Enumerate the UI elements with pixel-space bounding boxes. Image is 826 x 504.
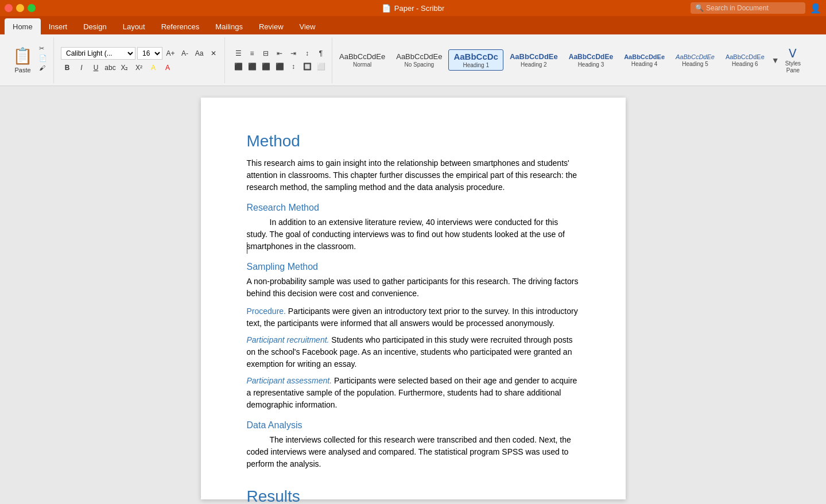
- procedure-paragraph: Procedure. Participants were given an in…: [247, 305, 580, 329]
- decrease-indent-button[interactable]: ⇤: [273, 48, 286, 59]
- italic-button[interactable]: I: [75, 62, 88, 73]
- styles-gallery: AaBbCcDdEe Normal AaBbCcDdEe No Spacing …: [335, 43, 821, 77]
- font-shrink-button[interactable]: A-: [179, 48, 191, 59]
- cut-icon: ✂: [39, 45, 44, 52]
- participant-recruitment-label: Participant recruitment.: [247, 335, 329, 344]
- clear-format-button[interactable]: ✕: [207, 48, 220, 59]
- close-button[interactable]: [5, 4, 13, 12]
- paste-button[interactable]: 📋 Paste: [9, 44, 36, 76]
- tab-view[interactable]: View: [292, 18, 324, 34]
- numbering-button[interactable]: ≡: [246, 48, 258, 59]
- title-bar-title: 📄 Paper - Scribbr: [382, 4, 444, 13]
- cut-button[interactable]: ✂: [37, 44, 49, 53]
- increase-indent-button[interactable]: ⇥: [287, 48, 300, 59]
- copy-button[interactable]: 📄: [37, 54, 49, 63]
- data-analysis-heading: Data Analysis: [247, 420, 580, 431]
- search-bar[interactable]: 🔍: [691, 2, 805, 14]
- align-left-button[interactable]: ⬛: [232, 61, 245, 72]
- search-input[interactable]: [706, 4, 798, 12]
- user-icon: 👤: [810, 3, 821, 14]
- title-bar-right: 🔍 👤: [691, 2, 821, 14]
- style-heading2[interactable]: AaBbCcDdEe Heading 2: [505, 51, 563, 69]
- tab-review[interactable]: Review: [251, 18, 292, 34]
- paste-icon: 📋: [13, 46, 33, 65]
- style-heading1[interactable]: AaBbCcDc Heading 1: [448, 49, 503, 71]
- data-analysis-paragraph: The interviews collected for this resear…: [247, 434, 580, 470]
- participant-assessment-label: Participant assessment.: [247, 376, 332, 385]
- document-page: Method This research aims to gain insigh…: [201, 98, 626, 499]
- superscript-button[interactable]: X²: [133, 62, 145, 73]
- tab-references[interactable]: References: [153, 18, 207, 34]
- styles-pane-button[interactable]: Ⅴ StylesPane: [782, 44, 804, 76]
- tab-layout[interactable]: Layout: [115, 18, 153, 34]
- minimize-button[interactable]: [16, 4, 24, 12]
- style-heading3[interactable]: AaBbCcDdEe Heading 3: [564, 51, 618, 69]
- clipboard-group: 📋 Paste ✂ 📄 🖌: [5, 37, 54, 83]
- paragraph-group: ☰ ≡ ⊟ ⇤ ⇥ ↕ ¶ ⬛ ⬛ ⬛ ⬛ ↕ 🔲 ⬜: [227, 37, 332, 83]
- styles-gallery-arrow[interactable]: ▼: [771, 43, 780, 77]
- change-case-button[interactable]: Aa: [193, 48, 205, 59]
- main-area[interactable]: Method This research aims to gain insigh…: [0, 86, 826, 504]
- borders-button[interactable]: ⬜: [315, 61, 327, 72]
- underline-button[interactable]: U: [90, 62, 102, 73]
- align-right-button[interactable]: ⬛: [259, 61, 272, 72]
- ribbon: 📋 Paste ✂ 📄 🖌 Calibri Light (... 16 A+ A…: [0, 34, 826, 86]
- tab-insert[interactable]: Insert: [41, 18, 76, 34]
- font-family-select[interactable]: Calibri Light (...: [61, 47, 135, 60]
- results-heading: Results: [247, 487, 580, 504]
- style-heading5[interactable]: AaBbCcDdEe Heading 5: [671, 52, 719, 69]
- tab-home[interactable]: Home: [5, 18, 41, 34]
- font-color-button[interactable]: A: [161, 62, 174, 73]
- procedure-label: Procedure.: [247, 307, 286, 316]
- line-spacing-button[interactable]: ↕: [287, 61, 300, 72]
- search-icon: 🔍: [695, 4, 704, 12]
- format-painter-icon: 🖌: [39, 64, 45, 71]
- window-controls[interactable]: [5, 4, 36, 12]
- sort-button[interactable]: ↕: [301, 48, 313, 59]
- sampling-method-paragraph: A non-probability sample was used to gat…: [247, 276, 580, 300]
- sampling-method-heading: Sampling Method: [247, 262, 580, 272]
- ribbon-tabs: Home Insert Design Layout References Mai…: [0, 16, 826, 34]
- font-group: Calibri Light (... 16 A+ A- Aa ✕ B I U a…: [56, 37, 225, 83]
- maximize-button[interactable]: [28, 4, 36, 12]
- bold-button[interactable]: B: [61, 62, 73, 73]
- method-intro-paragraph: This research aims to gain insight into …: [247, 157, 580, 193]
- styles-pane-icon: Ⅴ: [789, 46, 797, 60]
- multi-level-list-button[interactable]: ⊟: [259, 48, 272, 59]
- participant-assessment-paragraph: Participant assessment. Participants wer…: [247, 375, 580, 411]
- document-icon: 📄: [382, 4, 391, 13]
- tab-design[interactable]: Design: [75, 18, 114, 34]
- style-heading4[interactable]: AaBbCcDdEe Heading 4: [619, 52, 669, 69]
- style-no-spacing[interactable]: AaBbCcDdEe No Spacing: [391, 51, 447, 69]
- procedure-body: Participants were given an introductory …: [247, 307, 578, 328]
- strikethrough-button[interactable]: abc: [104, 62, 117, 73]
- shading-button[interactable]: 🔲: [301, 61, 313, 72]
- method-heading: Method: [247, 132, 580, 150]
- copy-icon: 📄: [39, 55, 47, 62]
- show-hide-button[interactable]: ¶: [315, 48, 327, 59]
- font-size-select[interactable]: 16: [137, 47, 162, 60]
- text-cursor: [247, 242, 247, 254]
- research-method-heading: Research Method: [247, 203, 580, 213]
- research-method-paragraph: In addition to an extensive literature r…: [247, 216, 580, 253]
- justify-button[interactable]: ⬛: [273, 61, 286, 72]
- style-normal[interactable]: AaBbCcDdEe Normal: [335, 51, 390, 69]
- clipboard-sub: ✂ 📄 🖌: [37, 44, 49, 76]
- style-heading6[interactable]: AaBbCcDdEe Heading 6: [721, 52, 769, 69]
- subscript-button[interactable]: X₂: [118, 62, 131, 73]
- bullets-button[interactable]: ☰: [232, 48, 245, 59]
- participant-recruitment-paragraph: Participant recruitment. Students who pa…: [247, 334, 580, 370]
- text-highlight-button[interactable]: A: [147, 62, 160, 73]
- title-bar: 📄 Paper - Scribbr 🔍 👤: [0, 0, 826, 16]
- font-grow-button[interactable]: A+: [164, 48, 177, 59]
- align-center-button[interactable]: ⬛: [246, 61, 258, 72]
- format-painter-button[interactable]: 🖌: [37, 64, 49, 72]
- tab-mailings[interactable]: Mailings: [207, 18, 251, 34]
